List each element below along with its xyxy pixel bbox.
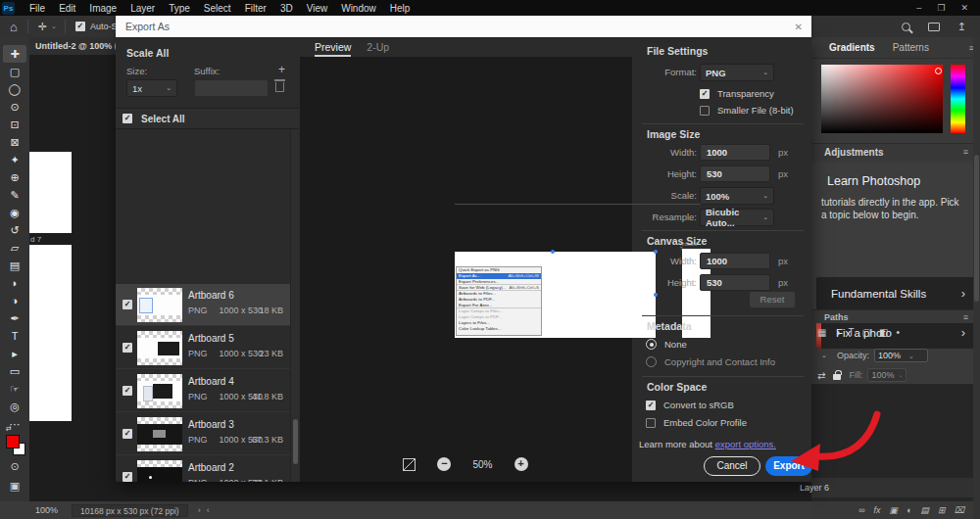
new-layer-icon[interactable]: ⊞ [938,505,946,515]
panel-menu-icon[interactable]: ≡ [963,147,968,157]
layer-group-icon[interactable]: ▤ [921,505,930,515]
close-icon[interactable]: ✕ [960,3,968,13]
path-select-tool-icon[interactable]: ▸ [3,345,26,362]
filter-shape-layers-icon[interactable]: ▢ [862,327,871,338]
type-tool-icon[interactable]: T [3,327,26,345]
menu-item[interactable]: Window [334,3,383,14]
select-all-row[interactable]: ✓ Select All [116,108,299,129]
search-icon[interactable] [902,23,910,31]
rectangle-tool-icon[interactable]: ▭ [3,362,26,380]
export-button[interactable]: Export [765,456,812,476]
quick-mask-icon[interactable]: ⊙ [0,460,29,473]
copyright-radio[interactable] [646,356,657,367]
color-picker-field[interactable] [821,65,943,133]
zoom-out-button[interactable]: − [437,457,451,471]
filter-smart-objects-icon[interactable]: ◧ [879,327,888,338]
artboard-checkbox[interactable]: ✓ [122,429,132,439]
healing-brush-tool-icon[interactable]: ⊕ [3,168,26,186]
transparency-row[interactable]: ✓ Transparency [700,88,774,99]
learn-card[interactable]: Fundamental Skills › [816,277,975,309]
delete-scale-icon[interactable] [275,82,284,92]
blend-mode-chevron-icon[interactable]: ⌄ [821,352,827,359]
transparency-checkbox[interactable]: ✓ [700,89,710,99]
minimize-icon[interactable]: – [916,3,921,13]
artboard-checkbox[interactable]: ✓ [122,343,132,353]
menu-item[interactable]: Help [383,3,417,14]
preview-zoom-value[interactable]: 50% [472,459,492,470]
scale-dropdown[interactable]: 100%⌄ [700,187,774,205]
image-width-input[interactable]: 1000 [700,144,770,161]
history-brush-tool-icon[interactable]: ↺ [3,221,26,239]
menu-item[interactable]: Type [162,3,197,14]
image-height-input[interactable]: 530 [700,165,770,182]
tab-gradients[interactable]: Gradients [829,42,875,53]
menu-item[interactable]: Select [197,3,238,14]
auto-select-checkbox[interactable]: ✓ [75,22,85,31]
scrollbar-thumb[interactable] [974,155,979,302]
tab-patterns[interactable]: Patterns [893,42,929,53]
layer-effects-icon[interactable]: fx [874,505,881,515]
select-all-checkbox[interactable]: ✓ [122,114,132,123]
eraser-tool-icon[interactable]: ▱ [3,239,26,257]
swap-colors-icon[interactable]: ⇄ [6,425,12,433]
export-options-link[interactable]: export options. [715,439,776,449]
filter-adjustment-layers-icon[interactable]: ◑ [834,327,840,338]
lock-all-icon[interactable] [833,374,841,380]
move-tool-icon[interactable]: ✚ [3,45,26,63]
adjustments-panel-header[interactable]: Adjustments ≡ [811,143,974,160]
lock-transparent-pixels-icon[interactable]: ⇄ [817,370,825,381]
menu-item[interactable]: Filter [238,3,273,14]
filter-pixel-layers-icon[interactable]: ▦ [817,327,826,338]
convert-srgb-checkbox[interactable]: ✓ [646,401,656,410]
smaller-file-checkbox[interactable] [700,106,710,116]
paths-panel-header[interactable]: Paths ≡ [811,309,974,323]
menu-item[interactable]: View [300,3,335,14]
artboard-checkbox[interactable]: ✓ [122,386,132,396]
brush-tool-icon[interactable]: ✎ [3,186,26,204]
artboard-row[interactable]: ✓ Artboard 6 PNG1000 x 530 18 KB [116,284,290,326]
preview-tab[interactable]: 2-Up [367,41,389,57]
menu-item[interactable]: File [23,3,52,14]
hand-tool-icon[interactable]: ☞ [3,380,26,398]
chevron-down-icon[interactable]: ⌄ [51,23,65,30]
dodge-tool-icon[interactable]: ◑ [3,292,26,309]
cancel-button[interactable]: Cancel [704,456,760,476]
adjustment-layer-icon[interactable]: ◐ [906,505,911,515]
format-dropdown[interactable]: PNG⌄ [700,64,774,81]
foreground-color-swatch[interactable] [6,435,20,448]
clone-stamp-tool-icon[interactable]: ◉ [3,204,26,221]
opacity-value[interactable]: 100%⌄ [874,349,928,362]
hue-slider[interactable] [951,65,965,133]
marquee-tool-icon[interactable]: ▢ [3,63,26,80]
crop-tool-icon[interactable]: ⊡ [3,116,26,133]
restore-icon[interactable]: ❐ [937,3,945,13]
canvas-height-input[interactable]: 530 [700,274,770,291]
canvas-width-input[interactable]: 1000 [700,253,770,269]
metadata-none-row[interactable]: None [646,339,687,350]
layer-mask-icon[interactable]: ▣ [890,505,899,515]
home-icon[interactable]: ⌂ [0,20,27,34]
quick-selection-tool-icon[interactable]: ⊙ [3,98,26,116]
convert-srgb-row[interactable]: ✓ Convert to sRGB [646,400,734,410]
metadata-copyright-row[interactable]: Copyright and Contact Info [646,356,775,367]
artboard-checkbox[interactable]: ✓ [122,472,132,482]
resample-dropdown[interactable]: Bicubic Auto...⌄ [700,209,774,226]
scrollbar-thumb[interactable] [293,419,298,464]
lasso-tool-icon[interactable]: ◯ [3,80,26,98]
zoom-tool-icon[interactable]: ◎ [3,398,26,415]
artboard-row[interactable]: ✓ Artboard 4 PNG1000 x 530 41.8 KB [116,370,290,412]
delete-layer-icon[interactable]: ⌧ [955,505,964,515]
suffix-input[interactable] [194,79,269,97]
gradient-tool-icon[interactable]: ▤ [3,257,26,274]
reset-button[interactable]: Reset [750,292,795,307]
layer-row[interactable]: Layer 6 [811,478,974,497]
filter-dot-icon[interactable]: • [897,327,901,338]
pen-tool-icon[interactable]: ✒ [3,309,26,327]
panel-menu-icon[interactable]: ≡ [963,312,968,322]
document-tab[interactable]: Untitled-2 @ 100% (Art [29,37,116,55]
embed-profile-row[interactable]: Embed Color Profile [646,417,747,428]
menu-item[interactable]: Image [82,3,123,14]
artboard-row[interactable]: ✓ Artboard 2 PNG1000 x 530 37.1 KB [116,456,290,482]
eyedropper-tool-icon[interactable]: ✦ [3,151,26,168]
artboard-list-scrollbar[interactable] [290,129,299,482]
